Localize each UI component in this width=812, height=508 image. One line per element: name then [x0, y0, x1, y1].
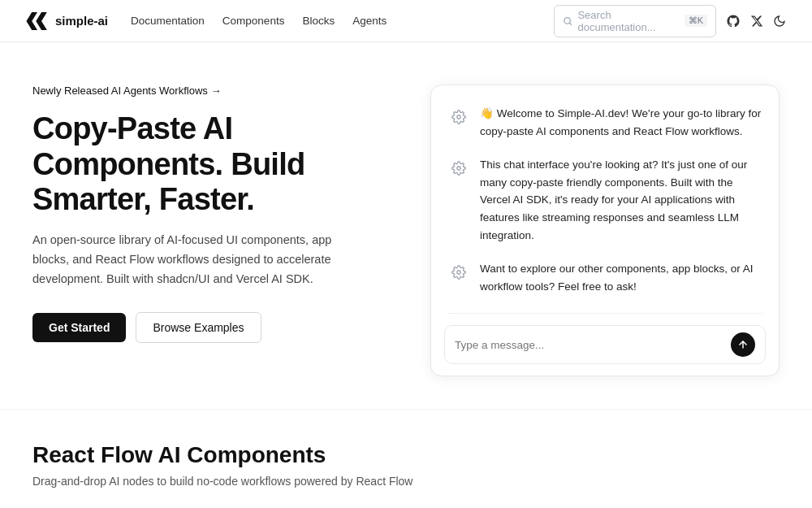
- hero-title-line2: Smarter, Faster.: [32, 182, 254, 216]
- navbar: simple-ai Documentation Components Block…: [0, 0, 812, 42]
- chat-message-3: Want to explore our other components, ap…: [447, 260, 762, 295]
- chat-message-1: 👋 Welcome to Simple-AI.dev! We're your g…: [447, 105, 762, 140]
- twitter-button[interactable]: [750, 15, 763, 28]
- brand-logo[interactable]: simple-ai: [26, 12, 108, 30]
- brand-name: simple-ai: [55, 14, 108, 28]
- nav-blocks[interactable]: Blocks: [302, 15, 335, 27]
- search-icon: [563, 15, 572, 27]
- chat-text-1: 👋 Welcome to Simple-AI.dev! We're your g…: [480, 105, 762, 140]
- bot-icon-2: [447, 157, 470, 180]
- banner-link[interactable]: Newly Released AI Agents Workflows →: [32, 85, 391, 97]
- nav-left: simple-ai Documentation Components Block…: [26, 12, 387, 30]
- gear-icon-3: [451, 265, 466, 280]
- chat-input-wrap: [444, 325, 766, 364]
- chat-messages: 👋 Welcome to Simple-AI.dev! We're your g…: [431, 85, 779, 313]
- hero-title-line1: Copy-Paste AI Components. Build: [32, 111, 304, 181]
- chat-input[interactable]: [455, 339, 724, 351]
- nav-links: Documentation Components Blocks Agents: [131, 15, 387, 27]
- send-button[interactable]: [731, 332, 755, 357]
- hero-actions: Get Started Browse Examples: [32, 312, 391, 343]
- hero-title: Copy-Paste AI Components. Build Smarter,…: [32, 111, 391, 218]
- bot-icon-3: [447, 261, 470, 284]
- gear-icon: [451, 110, 466, 124]
- chat-card: 👋 Welcome to Simple-AI.dev! We're your g…: [430, 85, 780, 376]
- chat-message-2: This chat interface you're looking at? I…: [447, 156, 762, 244]
- github-icon: [726, 14, 741, 28]
- hero-description: An open-source library of AI-focused UI …: [32, 231, 341, 289]
- nav-right: Search documentation... ⌘K: [554, 5, 786, 37]
- bot-icon-1: [447, 106, 470, 128]
- chat-text-2: This chat interface you're looking at? I…: [480, 156, 762, 244]
- search-shortcut: ⌘K: [685, 15, 707, 27]
- hero-left: Newly Released AI Agents Workflows → Cop…: [32, 85, 391, 376]
- github-button[interactable]: [726, 14, 741, 28]
- logo-icon: [26, 12, 49, 30]
- chat-text-3: Want to explore our other components, ap…: [480, 260, 762, 295]
- moon-icon: [773, 15, 786, 28]
- nav-agents[interactable]: Agents: [352, 15, 387, 27]
- section-description: Drag-and-drop AI nodes to build no-code …: [32, 475, 780, 488]
- search-placeholder: Search documentation...: [577, 9, 679, 33]
- get-started-button[interactable]: Get Started: [32, 313, 126, 342]
- nav-components[interactable]: Components: [222, 15, 285, 27]
- x-icon: [750, 15, 763, 28]
- banner-text: Newly Released AI Agents Workflows →: [32, 85, 221, 97]
- chat-input-area: [431, 314, 779, 376]
- gear-icon-2: [451, 161, 466, 176]
- send-icon: [737, 339, 749, 350]
- hero-section: Newly Released AI Agents Workflows → Cop…: [0, 42, 812, 409]
- browse-examples-button[interactable]: Browse Examples: [136, 312, 261, 343]
- search-box[interactable]: Search documentation... ⌘K: [554, 5, 716, 37]
- nav-documentation[interactable]: Documentation: [131, 15, 205, 27]
- bottom-section: React Flow AI Components Drag-and-drop A…: [0, 409, 812, 508]
- section-title: React Flow AI Components: [32, 442, 780, 468]
- theme-toggle-button[interactable]: [773, 15, 786, 28]
